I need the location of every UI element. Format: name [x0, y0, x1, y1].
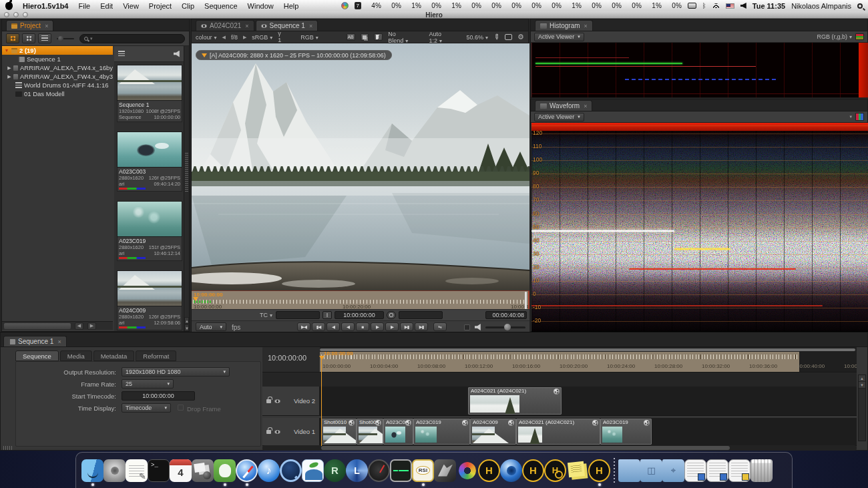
- waveform-source-select[interactable]: Active Viewer▾: [534, 113, 584, 121]
- timeline-zoom-bar[interactable]: [320, 348, 855, 351]
- timeline-clip-a024c021-v2[interactable]: A024C021 (A024C021): [468, 387, 562, 415]
- dock-dashboard-icon[interactable]: [368, 457, 390, 485]
- bin-item-sequence-1[interactable]: Sequence 1 1920x10801008f @25FPS Sequenc…: [117, 65, 182, 122]
- play-button[interactable]: ▶: [371, 322, 384, 331]
- track-content-video-2[interactable]: A024C021 (A024C021): [320, 387, 857, 416]
- dock-window-preview-1-icon[interactable]: [684, 457, 706, 485]
- grid-view-button[interactable]: [6, 33, 19, 43]
- dock-trash-icon[interactable]: [750, 457, 773, 485]
- blend-mode-select[interactable]: No Blend: [388, 31, 417, 44]
- viewer-tab-sequence-1[interactable]: Sequence 1×: [256, 20, 318, 31]
- set-in-button[interactable]: I: [322, 311, 332, 319]
- timeline-clip-shot0010[interactable]: Shot0010: [321, 419, 357, 445]
- dock-evernote-icon[interactable]: [214, 457, 236, 485]
- goto-in-button[interactable]: ▶◀: [297, 322, 310, 331]
- rgb-channels-icon[interactable]: [855, 33, 864, 40]
- scrollbar-handle[interactable]: [4, 323, 71, 329]
- bin-item-a024c009[interactable]: A024C009 2880x1620126f @25FPS ari12:09:5…: [117, 270, 182, 330]
- timeline-horizontal-scrollbar[interactable]: [262, 445, 857, 451]
- goto-out-button[interactable]: ▶▮: [415, 322, 428, 331]
- dock-folder-documents-icon[interactable]: [618, 457, 640, 485]
- viewer-playhead[interactable]: [193, 297, 198, 301]
- track-content-video-1[interactable]: Shot0010 Shot00 A023C003 A023C019: [320, 418, 857, 446]
- drop-frame-checkbox[interactable]: [178, 405, 184, 411]
- lock-icon[interactable]: [266, 399, 271, 403]
- next-edit-button[interactable]: ▶▮: [400, 322, 413, 331]
- dock-finder-icon[interactable]: [81, 457, 103, 485]
- clip-thumbnail[interactable]: [117, 270, 182, 306]
- filter-settings-icon[interactable]: [118, 51, 125, 57]
- bluetooth-menu-icon[interactable]: ᛒ: [702, 2, 706, 9]
- scroll-down-icon[interactable]: ▼: [859, 382, 865, 389]
- close-icon[interactable]: ×: [584, 103, 587, 109]
- apple-menu-icon[interactable]: [5, 2, 13, 10]
- tc-mode-select[interactable]: TC: [260, 312, 272, 318]
- track-header-video-1[interactable]: Video 1: [262, 418, 320, 446]
- spotlight-search-icon[interactable]: [857, 3, 863, 9]
- dock-shake-icon[interactable]: [434, 457, 456, 485]
- menu-sequence[interactable]: Sequence: [204, 2, 238, 10]
- tab-metadata[interactable]: Metadata: [93, 350, 135, 361]
- dock-time-machine-icon[interactable]: [103, 457, 126, 485]
- in-point-field[interactable]: [276, 311, 320, 319]
- menu-clock[interactable]: Tue 11:35: [752, 2, 785, 10]
- colour-select[interactable]: colour: [196, 34, 217, 41]
- bin-item-a023c019[interactable]: A023C019 2880x1620151f @25FPS ari10:46:1…: [117, 201, 182, 261]
- tree-item-arriraw-4by3[interactable]: ▶ ARRIRAW_ALEXA_FW4.x_4by3: [2, 72, 113, 81]
- tab-sequence[interactable]: Sequence: [15, 350, 59, 361]
- expander-icon[interactable]: ▶: [7, 74, 11, 79]
- scrollbar-handle[interactable]: [321, 446, 730, 450]
- dock-window-preview-3-icon[interactable]: [728, 457, 750, 485]
- dock-media-sphere-icon[interactable]: [500, 457, 522, 485]
- tab-histogram[interactable]: Histogram×: [535, 20, 593, 31]
- thumbnail-size-slider[interactable]: [57, 36, 74, 41]
- displays-menu-icon[interactable]: [688, 3, 696, 9]
- tree-item-das-modell[interactable]: 01 Das Modell: [2, 89, 113, 98]
- gain-down-icon[interactable]: ◀: [222, 35, 226, 40]
- dock-photo-booth-icon[interactable]: [192, 457, 214, 485]
- timeline-clip-a023c019[interactable]: A023C019: [413, 419, 470, 445]
- close-icon[interactable]: ×: [57, 338, 61, 345]
- close-icon[interactable]: ×: [309, 23, 312, 29]
- small-grid-view-button[interactable]: [22, 33, 35, 43]
- tab-project[interactable]: Project×: [6, 20, 53, 31]
- tab-sequence-1[interactable]: Sequence 1×: [3, 336, 67, 346]
- menu-clip[interactable]: Clip: [182, 2, 194, 10]
- proxy-select[interactable]: Auto 1:2: [429, 31, 456, 44]
- safe-area-icon[interactable]: [505, 34, 512, 40]
- speaker-icon[interactable]: [475, 324, 482, 330]
- dock-safari-icon[interactable]: [236, 457, 258, 485]
- dock-r-app-icon[interactable]: R: [324, 457, 346, 485]
- tree-item-root[interactable]: ▼ 2 (19): [2, 46, 113, 55]
- timeline-clip-a024c021-v1[interactable]: A024C021 (A024C021): [516, 419, 600, 445]
- clip-thumbnail[interactable]: [117, 132, 182, 168]
- frame-rate-select[interactable]: 25▾: [122, 379, 174, 389]
- ab-compare-button[interactable]: AB: [347, 33, 355, 41]
- menu-edit[interactable]: Edit: [100, 2, 113, 10]
- track-visible-icon[interactable]: [274, 430, 280, 434]
- timeline-clip-a023c019-2[interactable]: A023C019: [600, 419, 652, 445]
- dock-folder-applications-icon[interactable]: ◫: [640, 457, 662, 485]
- colorspace-select[interactable]: sRGB: [252, 34, 272, 41]
- expander-icon[interactable]: ▶: [7, 65, 11, 71]
- dock-calendar-icon[interactable]: 4: [170, 457, 192, 485]
- app-menu[interactable]: Hiero1.5v1b4: [23, 2, 68, 10]
- gamma-value[interactable]: γ 1: [278, 30, 286, 44]
- dock-stickies-icon[interactable]: [566, 457, 588, 485]
- dock-textedit-icon[interactable]: [126, 457, 148, 485]
- waveform-mode-arrow-icon[interactable]: ▾: [849, 114, 852, 119]
- bin-scrollbar[interactable]: ▲ ▼: [184, 46, 189, 331]
- viewer-tab-a024c021[interactable]: A024C021×: [196, 20, 254, 31]
- tab-media[interactable]: Media: [60, 350, 92, 361]
- dock-hiero-icon[interactable]: H: [478, 457, 500, 485]
- clip-thumbnail[interactable]: [117, 201, 182, 237]
- dock-l-app-icon[interactable]: L: [346, 457, 368, 485]
- dock-activity-monitor-icon[interactable]: [390, 457, 412, 485]
- tab-reformat[interactable]: Reformat: [136, 350, 176, 361]
- scrollbar-grip[interactable]: [185, 153, 188, 193]
- dock-quicktime-icon[interactable]: [280, 457, 302, 485]
- strip-scroll-handle[interactable]: [525, 292, 527, 309]
- menu-project[interactable]: Project: [149, 2, 172, 10]
- tree-horizontal-scrollbar[interactable]: ◀ ▶: [2, 321, 113, 330]
- track-header-video-2[interactable]: Video 2: [262, 387, 320, 416]
